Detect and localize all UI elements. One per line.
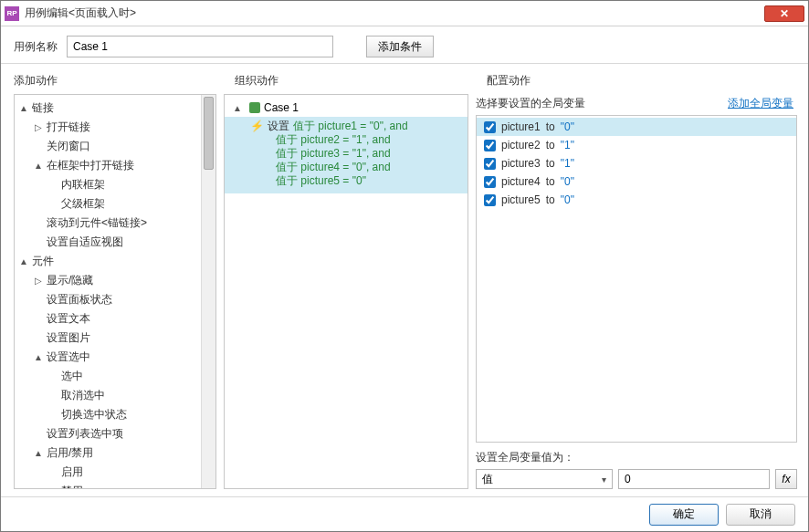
value-input[interactable] (618, 469, 770, 489)
tree-item[interactable]: 设置面板状态 (15, 290, 215, 309)
variable-value: "0" (561, 175, 574, 188)
tree-item[interactable]: 设置文本 (15, 309, 215, 329)
tree-item[interactable]: 取消选中 (15, 386, 215, 405)
twisty-open-icon: ▲ (33, 161, 44, 171)
variable-value: "0" (561, 193, 574, 206)
variable-checkbox[interactable] (484, 176, 496, 188)
variable-checkbox[interactable] (484, 140, 496, 151)
add-action-column: 添加动作 ▲链接▷打开链接关闭窗口▲在框架中打开链接内联框架父级框架滚动到元件<… (1, 64, 222, 496)
variable-checkbox[interactable] (484, 121, 496, 133)
variable-row[interactable]: picture2to"1" (477, 136, 796, 154)
tree-item-label: 关闭窗口 (47, 139, 90, 154)
tree-item[interactable]: ▲在框架中打开链接 (15, 156, 215, 175)
variable-row[interactable]: picture1to"0" (477, 118, 796, 136)
tree-item[interactable]: 滚动到元件<锚链接> (15, 214, 215, 233)
tree-item-label: 设置选中 (47, 349, 90, 365)
cancel-button[interactable]: 取消 (726, 504, 795, 526)
tree-item-label: 显示/隐藏 (47, 273, 93, 288)
tree-item-label: 滚动到元件<锚链接> (47, 215, 147, 231)
add-global-var-link[interactable]: 添加全局变量 (728, 96, 793, 111)
tree-item[interactable]: 内联框架 (15, 175, 215, 194)
tree-item-label: 设置图片 (47, 330, 90, 346)
tree-item-label: 取消选中 (61, 388, 105, 403)
configure-bottom: 设置全局变量值为： 值 ▾ fx (476, 443, 797, 489)
tree-item[interactable]: ▲元件 (15, 252, 215, 271)
tree-item-label: 选中 (61, 369, 83, 384)
tree-item[interactable]: 设置自适应视图 (15, 233, 215, 252)
tree-item-label: 设置文本 (47, 311, 90, 327)
tree-item[interactable]: 禁用 (15, 482, 215, 489)
action-node[interactable]: ⚡ 设置 值于 picture1 = "0", and 值于 picture2 … (225, 117, 468, 193)
tree-item-label: 内联框架 (61, 177, 105, 193)
twisty-open-icon: ▲ (18, 103, 29, 113)
twisty-closed-icon: ▷ (33, 122, 44, 132)
tree-item[interactable]: 设置图片 (15, 329, 215, 348)
variable-name: picture5 (501, 193, 541, 206)
variable-row[interactable]: picture3to"1" (477, 154, 796, 172)
tree-item-label: 父级框架 (61, 196, 105, 212)
window-title: 用例编辑<页面载入时> (25, 5, 764, 21)
variable-checkbox[interactable] (484, 194, 496, 206)
add-action-panel[interactable]: ▲链接▷打开链接关闭窗口▲在框架中打开链接内联框架父级框架滚动到元件<锚链接>设… (14, 94, 216, 489)
tree-item-label: 设置面板状态 (47, 292, 112, 308)
action-line-0: 值于 picture1 = "0", and (293, 119, 408, 134)
variable-name: picture2 (501, 139, 541, 151)
set-value-label: 设置全局变量值为： (476, 450, 797, 465)
tree-item[interactable]: ▷显示/隐藏 (15, 271, 215, 290)
configure-top: 选择要设置的全局变量 添加全局变量 (476, 94, 797, 115)
configure-action-header: 配置动作 (474, 69, 797, 94)
tree-item-label: 元件 (32, 254, 54, 269)
organize-action-panel[interactable]: ▲ Case 1 ⚡ 设置 值于 picture1 = "0", and 值于 … (224, 94, 468, 489)
twisty-down-icon: ▲ (232, 103, 243, 113)
add-condition-button[interactable]: 添加条件 (366, 36, 434, 57)
tree-item[interactable]: 切换选中状态 (15, 405, 215, 424)
tree-item-label: 在框架中打开链接 (47, 158, 134, 173)
tree-item[interactable]: 设置列表选中项 (15, 424, 215, 443)
tree-item-label: 启用 (61, 464, 83, 480)
twisty-open-icon: ▲ (18, 256, 29, 266)
variable-to: to (546, 157, 555, 170)
variable-value: "1" (561, 157, 574, 170)
value-type-select[interactable]: 值 ▾ (476, 469, 613, 489)
tree-item-label: 设置自适应视图 (47, 235, 123, 250)
tree-item[interactable]: 关闭窗口 (15, 137, 215, 156)
tree-item[interactable]: ▷打开链接 (15, 118, 215, 137)
action-line-1: 值于 picture2 = "1", and (225, 133, 468, 147)
scrollbar-thumb[interactable] (204, 97, 214, 170)
tree-item[interactable]: 父级框架 (15, 194, 215, 214)
variable-row[interactable]: picture4to"0" (477, 172, 796, 191)
case-icon (249, 102, 260, 113)
tree-item-label: 设置列表选中项 (47, 426, 123, 442)
ok-button[interactable]: 确定 (649, 504, 719, 526)
tree-item[interactable]: ▲设置选中 (15, 348, 215, 367)
app-icon: RP (5, 6, 19, 21)
case-name-input[interactable] (67, 36, 333, 57)
action-head: ⚡ 设置 值于 picture1 = "0", and (225, 119, 468, 133)
fx-button[interactable]: fx (775, 469, 797, 489)
tree-item-label: 禁用 (61, 484, 83, 489)
action-label: 设置 (268, 119, 289, 134)
twisty-open-icon: ▲ (33, 448, 44, 458)
close-button[interactable]: ✕ (764, 5, 804, 22)
variable-row[interactable]: picture5to"0" (477, 191, 796, 209)
organize-tree: ▲ Case 1 ⚡ 设置 值于 picture1 = "0", and 值于 … (225, 95, 468, 197)
value-row: 值 ▾ fx (476, 469, 797, 489)
case-name-label: 用例名称 (14, 39, 58, 55)
footer: 确定 取消 (1, 496, 808, 531)
tree-item[interactable]: ▲启用/禁用 (15, 443, 215, 463)
tree-item[interactable]: 选中 (15, 367, 215, 386)
twisty-open-icon: ▲ (33, 352, 44, 362)
variable-name: picture1 (501, 120, 541, 133)
variable-checkbox[interactable] (484, 158, 496, 170)
scrollbar[interactable] (201, 95, 215, 488)
variable-to: to (546, 193, 555, 206)
case-node[interactable]: ▲ Case 1 (225, 99, 468, 117)
bolt-icon: ⚡ (250, 120, 264, 132)
columns: 添加动作 ▲链接▷打开链接关闭窗口▲在框架中打开链接内联框架父级框架滚动到元件<… (1, 64, 808, 496)
tree-item[interactable]: ▲链接 (15, 99, 215, 118)
tree-item-label: 切换选中状态 (61, 407, 127, 422)
variable-list[interactable]: picture1to"0"picture2to"1"picture3to"1"p… (476, 115, 797, 443)
add-action-header: 添加动作 (1, 69, 222, 94)
value-type-text: 值 (482, 472, 493, 487)
tree-item[interactable]: 启用 (15, 463, 215, 482)
